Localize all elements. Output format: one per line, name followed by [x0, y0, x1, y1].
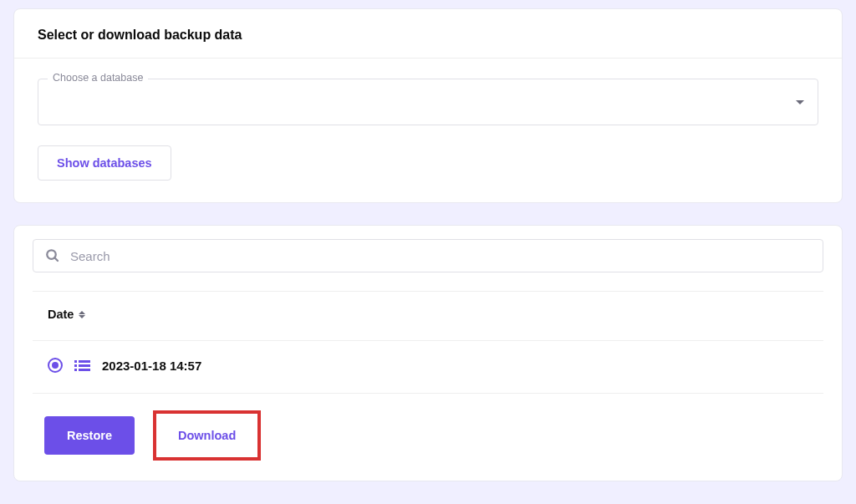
search-wrapper [14, 226, 842, 272]
card-title: Select or download backup data [38, 28, 818, 43]
row-radio[interactable] [48, 358, 63, 373]
download-button[interactable]: Download [159, 416, 255, 455]
database-select-wrapper: Choose a database [38, 79, 818, 125]
backup-select-card: Select or download backup data Choose a … [13, 8, 843, 203]
show-databases-button[interactable]: Show databases [38, 145, 171, 181]
sort-icon [79, 311, 85, 318]
card-body: Choose a database Show databases [14, 59, 842, 202]
backup-list-card: Date 2023-01-18 14:57 Restore Download [13, 225, 843, 481]
search-input[interactable] [70, 249, 811, 263]
download-highlight-box: Download [153, 410, 261, 461]
actions-bar: Restore Download [14, 394, 842, 481]
restore-button[interactable]: Restore [44, 416, 135, 455]
search-icon [45, 248, 60, 263]
search-box [33, 239, 823, 272]
date-column-label: Date [48, 308, 74, 321]
radio-checked-icon [52, 362, 59, 369]
date-column-header[interactable]: Date [48, 308, 85, 321]
table-row: 2023-01-18 14:57 [33, 341, 823, 394]
chevron-down-icon [796, 100, 804, 104]
table-header: Date [33, 292, 823, 341]
backup-date: 2023-01-18 14:57 [102, 359, 201, 373]
database-select-label: Choose a database [48, 72, 148, 84]
svg-line-1 [54, 257, 58, 261]
backup-list-icon [74, 360, 90, 371]
database-select[interactable] [38, 79, 818, 125]
card-header: Select or download backup data [14, 9, 842, 59]
